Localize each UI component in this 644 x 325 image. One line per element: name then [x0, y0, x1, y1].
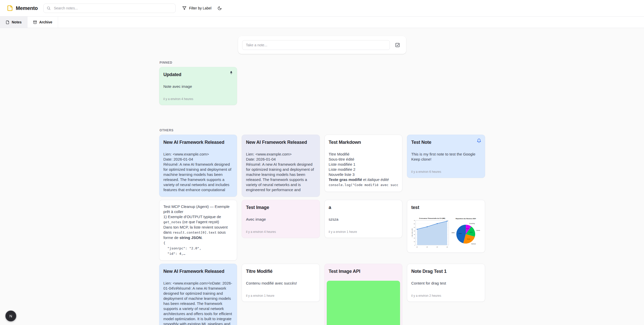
note-body: Lien: <www.example.com>\nDate: 2026-01-0… [163, 281, 233, 325]
note-body: Content for drag test [411, 281, 481, 286]
svg-text:70: 70 [414, 220, 415, 221]
svg-text:40: 40 [414, 230, 415, 232]
archive-icon [33, 20, 37, 24]
others-grid: New AI Framework Released Lien: <www.exa… [159, 135, 485, 325]
user-avatar-button[interactable]: N [5, 310, 16, 321]
search-box [43, 4, 176, 13]
note-timestamp: il y a environ 2 heures [411, 294, 481, 298]
tab-notes[interactable]: Notes [0, 17, 28, 28]
note-title: New AI Framework Released [163, 139, 233, 146]
svg-text:10: 10 [414, 241, 415, 242]
check-square-icon [395, 43, 400, 48]
avatar-initial: N [9, 314, 12, 318]
pinned-grid: Updated Note avec image il y a environ 4… [159, 67, 485, 105]
note-card-drag-test[interactable]: Note Drag Test 1 Content for drag test i… [407, 264, 485, 302]
new-checklist-button[interactable] [393, 40, 402, 50]
note-card-titre-modifie[interactable]: Titre Modifié Contenu modifié avec succè… [242, 264, 320, 302]
filter-by-label-button[interactable]: Filter by Label [179, 4, 214, 12]
filter-icon [182, 6, 186, 10]
note-card-test-image[interactable]: Test Image Avec image il y a environ 4 h… [242, 200, 320, 238]
pin-icon [229, 71, 233, 75]
filter-button-label: Filter by Label [189, 6, 211, 10]
pinned-section-label: PINNED [160, 61, 485, 64]
bell-icon [477, 138, 481, 143]
note-card-updated[interactable]: Updated Note avec image il y a environ 4… [159, 67, 237, 105]
others-section-label: OTHERS [160, 129, 485, 132]
note-logo-icon [7, 5, 13, 11]
svg-text:Croissance Trimestrielle du CA: Croissance Trimestrielle du CA (M€) [419, 218, 445, 219]
note-timestamp: il y a environ 6 heures [411, 170, 481, 174]
pin-button[interactable] [229, 70, 234, 75]
others-section: OTHERS New AI Framework Released Lien: <… [159, 129, 485, 325]
note-card-test-note[interactable]: Test Note This is my first note to test … [407, 135, 485, 178]
svg-text:50: 50 [414, 227, 415, 228]
note-title: test [411, 204, 481, 211]
note-body: Note avec image [163, 84, 233, 89]
svg-text:Consulting: Consulting [469, 223, 475, 224]
svg-text:10.0%: 10.0% [466, 228, 469, 229]
note-card-test-image-api[interactable]: Test Image API [324, 264, 403, 325]
note-title: New AI Framework Released [163, 268, 233, 275]
note-title: Test Image [246, 204, 316, 211]
note-card-ai-framework-2[interactable]: New AI Framework Released Lien: <www.exa… [242, 135, 320, 197]
note-timestamp: il y a environ 1 heure [246, 294, 316, 298]
svg-text:Produits: Produits [451, 232, 455, 233]
take-a-note-input[interactable] [242, 40, 390, 50]
note-timestamp: il y a environ 4 heures [163, 97, 233, 101]
note-title: Test Note [411, 139, 481, 146]
note-body: This is my first note to test the Google… [411, 152, 481, 162]
note-card-test-markdown[interactable]: Test Markdown Titre Modifié Sous-titre é… [324, 135, 403, 192]
note-body: Lien: <www.example.com> Date: 2026-01-04… [246, 152, 316, 192]
note-card-a[interactable]: a szsza il y a environ 1 heure [324, 200, 403, 238]
tab-archive-label: Archive [39, 20, 52, 24]
svg-text:Q3: Q3 [436, 246, 438, 248]
note-timestamp: il y a environ 4 heures [246, 230, 316, 234]
tab-notes-label: Notes [12, 20, 22, 24]
note-title: Note Drag Test 1 [411, 268, 481, 275]
tab-archive[interactable]: Archive [28, 17, 58, 28]
svg-text:Répartition des Revenus 2024: Répartition des Revenus 2024 [456, 218, 476, 219]
note-image-attachment [327, 281, 400, 325]
svg-text:Q1: Q1 [416, 246, 418, 248]
note-body: Lien: <www.example.com> Date: 2026-01-04… [163, 152, 233, 192]
note-body: szsza [329, 217, 398, 222]
note-body: Titre Modifié Sous-titre édité Liste mod… [329, 152, 398, 188]
note-card-ai-framework-1[interactable]: New AI Framework Released Lien: <www.exa… [159, 135, 237, 197]
pie-chart-thumbnail: Répartition des Revenus 202445.8%Produit… [451, 217, 480, 248]
note-title: Titre Modifié [246, 268, 316, 275]
svg-text:Licences: Licences [476, 230, 480, 231]
note-image-charts: 010203040506070Q1Q2Q3Q4Croissance Trimes… [411, 217, 481, 248]
note-title: Test Image API [329, 268, 398, 275]
note-title: New AI Framework Released [246, 139, 316, 146]
view-tabs: Notes Archive [0, 17, 644, 28]
note-title: Test Markdown [329, 139, 398, 146]
svg-text:19.2%: 19.2% [470, 232, 473, 233]
svg-text:20: 20 [414, 237, 415, 239]
svg-text:Chiffre d'affaires (M€): Chiffre d'affaires (M€) [412, 228, 413, 237]
svg-text:Services: Services [471, 243, 476, 245]
note-timestamp: il y a environ 1 heure [329, 230, 398, 234]
svg-text:Q4: Q4 [446, 246, 448, 248]
pinned-section: PINNED Updated Note avec image il y a en… [159, 61, 485, 105]
note-body: Contenu modifié avec succès! [246, 281, 316, 286]
note-card-test-charts[interactable]: test 010203040506070Q1Q2Q3Q4Croissance T… [407, 200, 485, 253]
app-brand: Memento [7, 5, 38, 11]
note-card-mcp-cleanup[interactable]: Test MCP Cleanup (Agent) — Exemple prêt … [159, 200, 237, 261]
search-icon [47, 6, 51, 10]
search-input[interactable] [43, 4, 176, 13]
svg-text:45.8%: 45.8% [459, 233, 462, 234]
note-composer [238, 36, 406, 54]
note-card-ai-framework-3[interactable]: New AI Framework Released Lien: <www.exa… [159, 264, 237, 325]
app-title: Memento [16, 5, 38, 11]
note-body: Avec image [246, 217, 316, 222]
svg-text:Q2: Q2 [426, 246, 428, 248]
note-title: a [329, 204, 398, 211]
svg-text:30: 30 [414, 234, 415, 235]
line-chart-thumbnail: 010203040506070Q1Q2Q3Q4Croissance Trimes… [411, 217, 450, 248]
svg-text:25.0%: 25.0% [467, 238, 470, 240]
reminder-button[interactable] [476, 138, 482, 144]
svg-text:60: 60 [414, 223, 415, 224]
file-icon [6, 20, 9, 24]
dark-mode-toggle[interactable] [215, 4, 224, 12]
note-body: Test MCP Cleanup (Agent) — Exemple prêt … [163, 204, 233, 256]
